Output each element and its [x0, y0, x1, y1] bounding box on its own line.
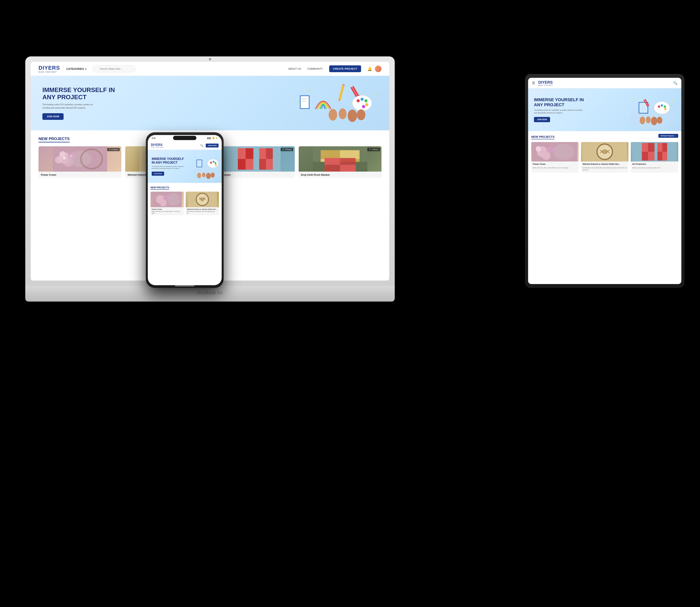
phone-hero-subtitle: The leading online DIY publisher, provid… [152, 166, 187, 169]
svg-point-13 [329, 109, 337, 121]
phone-brand-tagline: MAKE YOUR BEST [151, 147, 198, 148]
nav-icons: 🔔 [367, 66, 381, 72]
phone-card-2-name: Stitched Artwork or Jewelry Holder Em... [186, 207, 219, 210]
phone-search-icon[interactable]: 🔍 [200, 144, 203, 147]
svg-point-107 [197, 173, 201, 178]
tablet-card-3-desc: Bring a cozy touch to any day with a DIY… [631, 167, 678, 170]
phone-hero-content: IMMERSE YOURSELF IN ANY PROJECT The lead… [152, 157, 187, 176]
phone-project-card-1[interactable]: Flower Crown Make with real, silk, or fa… [151, 192, 184, 215]
svg-rect-50 [259, 148, 266, 159]
phone-join-button[interactable]: JOIN NOW [206, 144, 219, 147]
laptop-nav: DIYERS MAKE YOUR BEST CATEGORIES 🔍 ABOUT… [31, 62, 389, 76]
phone-status-right: ▌▌▌ 📶 🔋 [207, 137, 218, 139]
user-avatar[interactable] [375, 66, 381, 72]
svg-point-82 [536, 146, 541, 151]
svg-rect-48 [246, 148, 254, 159]
phone-hero-title: IMMERSE YOURSELF IN ANY PROJECT [152, 157, 187, 164]
svg-rect-98 [662, 152, 667, 161]
tablet-hero-subtitle: The leading online DIY publisher, provid… [534, 109, 585, 114]
tablet-nav: ☰ DIYERS MAKE YOUR BEST 🔍 [528, 78, 681, 88]
svg-rect-54 [321, 150, 340, 159]
svg-point-11 [365, 103, 368, 106]
svg-text:✦: ✦ [298, 101, 300, 104]
laptop-brand-name: DIYERS [39, 65, 60, 71]
about-us-link[interactable]: ABOUT US [288, 67, 301, 70]
laptop-hero-illustration: ✦ ✦ ✦ [288, 80, 381, 130]
svg-point-108 [202, 172, 205, 177]
svg-rect-47 [238, 159, 246, 170]
svg-text:✦: ✦ [308, 88, 311, 92]
laptop-card-1-hours: ⏱ 5 Hours [107, 148, 120, 151]
svg-point-110 [211, 172, 215, 177]
tablet-logo: DIYERS MAKE YOUR BEST [538, 80, 670, 86]
laptop-project-card-1[interactable]: ⏱ 5 Hours Flower Crown [39, 146, 121, 178]
phone-nav: DIYERS MAKE YOUR BEST 🔍 JOIN NOW [148, 141, 222, 150]
tablet-card-3-name: Air Fresheners [631, 162, 678, 167]
svg-point-9 [360, 98, 364, 101]
laptop-project-card-3[interactable]: ⏱ 3 Hours Air Fresheners [212, 146, 295, 178]
svg-point-109 [206, 173, 211, 179]
svg-point-67 [661, 104, 663, 107]
svg-point-10 [365, 99, 368, 102]
laptop-hero-cta-button[interactable]: JOIN NOW [42, 113, 64, 120]
tablet: ☰ DIYERS MAKE YOUR BEST 🔍 IMMERSE YOURSE… [525, 74, 684, 288]
phone-card-1-thumb [151, 192, 184, 207]
svg-point-70 [640, 117, 645, 124]
laptop-hero-title: IMMERSE YOURSELF IN ANY PROJECT [42, 86, 124, 101]
svg-point-69 [664, 108, 666, 110]
laptop-project-card-4[interactable]: ⏱ 4 Hours Drop Cloth Picnic Blanket [299, 146, 381, 178]
laptop-categories-menu[interactable]: CATEGORIES [66, 67, 86, 70]
svg-rect-22 [301, 98, 307, 99]
tablet-card-2-desc: Embroidery hoops filled with cute stitch… [581, 167, 629, 172]
svg-text:✦: ✦ [217, 159, 218, 161]
svg-point-83 [553, 144, 574, 160]
svg-point-81 [542, 151, 550, 160]
laptop-search-wrap: 🔍 [92, 65, 155, 72]
svg-point-105 [215, 162, 216, 164]
tablet-project-card-3[interactable]: Air Fresheners Bring a cozy touch to any… [631, 142, 678, 172]
tablet-card-1-thumb [531, 142, 579, 162]
create-project-button[interactable]: CREATE PROJECT [329, 65, 361, 72]
svg-marker-5 [338, 99, 341, 102]
svg-rect-24 [301, 101, 307, 102]
svg-rect-95 [648, 152, 655, 161]
tablet-hero-title: IMMERSE YOURSELF IN ANY PROJECT [534, 97, 585, 108]
community-link[interactable]: COMMUNITY [307, 67, 323, 70]
svg-point-30 [55, 156, 62, 163]
svg-point-99 [194, 165, 219, 181]
svg-point-65 [654, 102, 670, 114]
svg-point-16 [357, 109, 365, 120]
phone-project-card-2[interactable]: Stitched Artwork or Jewelry Holder Em...… [186, 192, 219, 215]
tablet-projects-grid: Flower Crown Make with real, silk, or fa… [531, 142, 678, 172]
categories-chevron-icon [85, 67, 86, 70]
svg-text:✦: ✦ [194, 156, 196, 159]
phone-wifi-icon: 📶 [212, 137, 215, 139]
svg-rect-101 [197, 160, 202, 167]
tablet-hero-cta-button[interactable]: JOIN NOW [534, 117, 550, 122]
phone-brand-name: DIYERS [151, 143, 198, 147]
phone-body: 9:41 ▌▌▌ 📶 🔋 DIYERS MAKE YOUR BEST 🔍 JOI… [146, 132, 224, 288]
phone: 9:41 ▌▌▌ 📶 🔋 DIYERS MAKE YOUR BEST 🔍 JOI… [146, 132, 224, 288]
laptop-card-4-name: Drop Cloth Picnic Blanket [299, 172, 381, 178]
svg-point-116 [160, 200, 167, 206]
phone-card-2-desc: Embroidery hoops filled with cute stitch… [186, 210, 219, 215]
all-new-projects-button[interactable]: All New Projects → [658, 134, 678, 138]
laptop-card-3-name: Air Fresheners [212, 172, 295, 178]
search-input[interactable] [92, 65, 136, 72]
tablet-search-icon[interactable]: 🔍 [673, 81, 677, 85]
svg-point-117 [168, 193, 180, 206]
tablet-screen: ☰ DIYERS MAKE YOUR BEST 🔍 IMMERSE YOURSE… [528, 78, 681, 284]
tablet-hamburger-icon[interactable]: ☰ [532, 81, 535, 85]
svg-rect-61 [340, 165, 356, 172]
tablet-brand-tagline: MAKE YOUR BEST [538, 85, 670, 86]
phone-hero-cta-button[interactable]: JOIN NOW [152, 172, 164, 176]
notification-bell-icon[interactable]: 🔔 [367, 66, 372, 71]
tablet-project-card-2[interactable]: Stitched Artwork or Jewelry Holder Em...… [581, 142, 629, 172]
svg-rect-57 [340, 150, 359, 159]
svg-point-15 [348, 109, 357, 122]
tablet-project-card-1[interactable]: Flower Crown Make with real, silk, or fa… [531, 142, 579, 172]
tablet-card-3-thumb [631, 142, 678, 162]
tablet-hero-illustration: ✦ ✦ [627, 90, 677, 129]
svg-rect-60 [325, 158, 340, 165]
svg-rect-94 [642, 143, 648, 152]
